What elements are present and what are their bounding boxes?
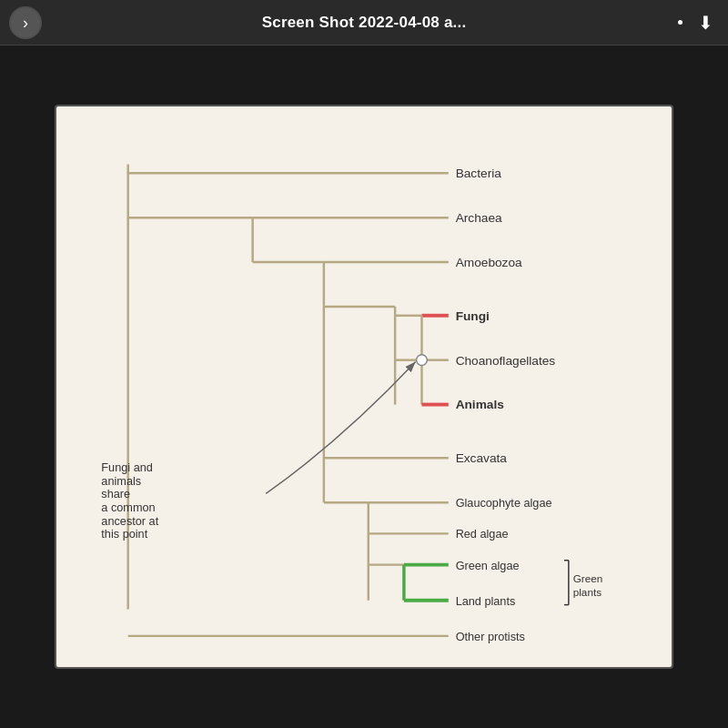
green-algae-label: Green algae <box>456 559 520 572</box>
annotation-line5: ancestor at <box>101 514 158 528</box>
annotation-line4: a common <box>101 500 155 514</box>
annotation-line6: this point <box>101 527 147 541</box>
annotation-line2: animals <box>101 474 141 488</box>
back-arrow-icon: › <box>23 15 28 31</box>
choanoflagellates-label: Choanoflagellates <box>456 354 556 368</box>
fungi-label: Fungi <box>456 309 490 323</box>
dot-indicator <box>678 20 682 25</box>
top-bar: › Screen Shot 2022-04-08 a... ⬇ <box>0 0 728 46</box>
excavata-label: Excavata <box>456 451 508 465</box>
green-plants-label2: plants <box>573 586 602 598</box>
glaucophyte-label: Glaucophyte algae <box>456 496 552 510</box>
phylogenetic-tree: Bacteria Archaea Amoebozoa Fungi <box>75 125 644 649</box>
amoebozoa-label: Amoebozoa <box>456 256 522 269</box>
main-content: Bacteria Archaea Amoebozoa Fungi <box>0 46 728 728</box>
download-button[interactable]: ⬇ <box>698 12 713 34</box>
land-plants-label: Land plants <box>456 594 516 608</box>
page-title: Screen Shot 2022-04-08 a... <box>262 14 467 32</box>
bacteria-label: Bacteria <box>456 167 502 180</box>
archaea-label: Archaea <box>456 211 502 225</box>
back-button[interactable]: › <box>9 6 42 39</box>
common-ancestor-node <box>417 355 428 366</box>
annotation-line3: share <box>101 487 130 500</box>
annotation-line1: Fungi and <box>101 460 153 474</box>
diagram-card: Bacteria Archaea Amoebozoa Fungi <box>55 105 673 669</box>
red-algae-label: Red algae <box>456 527 509 541</box>
animals-label: Animals <box>456 398 505 411</box>
green-plants-label: Green <box>573 572 603 584</box>
other-protists-label: Other protists <box>456 630 525 643</box>
